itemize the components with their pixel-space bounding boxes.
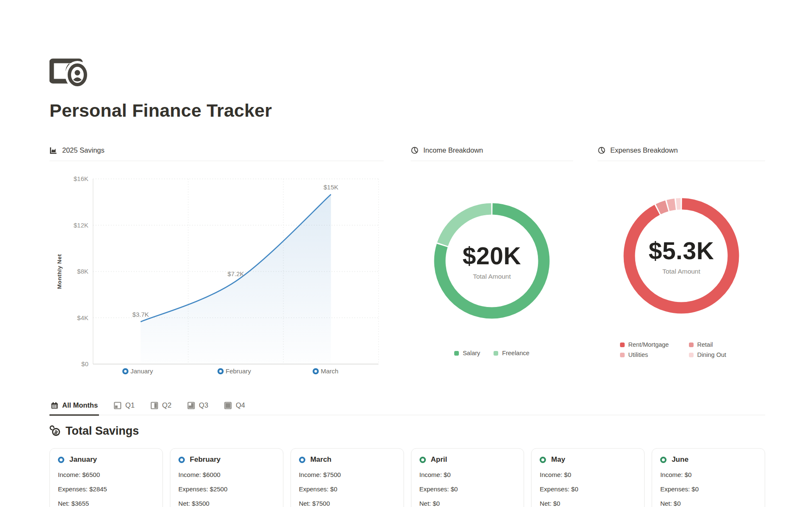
month-expenses: Expenses: $0 — [420, 485, 516, 493]
expenses-panel-header: Expenses Breakdown — [598, 146, 765, 161]
pie-chart-icon — [598, 146, 606, 154]
tab-label: All Months — [62, 401, 98, 409]
svg-text:$3.7K: $3.7K — [132, 311, 149, 318]
income-legend: SalaryFreelance — [411, 350, 573, 356]
month-net: Net: $3655 — [58, 500, 154, 507]
quarter-q2-icon — [151, 402, 158, 409]
quarter-q3-icon — [187, 402, 195, 409]
month-card-april[interactable]: April Income: $0 Expenses: $0 Net: $0 — [411, 448, 524, 507]
month-net: Net: $0 — [660, 500, 757, 507]
svg-text:$15K: $15K — [324, 184, 338, 191]
tab-q1[interactable]: Q1 — [112, 400, 136, 416]
month-name: March — [310, 455, 332, 464]
legend-label: Salary — [463, 350, 480, 356]
pie-chart-icon — [411, 146, 419, 154]
svg-text:$7.2K: $7.2K — [228, 270, 244, 277]
month-net: Net: $3500 — [178, 500, 275, 507]
month-marker-icon — [420, 457, 426, 463]
coins-icon — [49, 425, 61, 437]
month-expenses: Expenses: $0 — [540, 485, 636, 493]
month-card-may[interactable]: May Income: $0 Expenses: $0 Net: $0 — [531, 448, 645, 507]
tab-q4[interactable]: Q4 — [223, 400, 246, 416]
month-name: May — [551, 455, 565, 464]
month-marker-icon — [540, 457, 546, 463]
legend-swatch-icon — [689, 353, 694, 357]
month-marker-icon — [299, 457, 305, 463]
month-name: June — [672, 455, 689, 464]
legend-label: Dining Out — [697, 351, 727, 358]
legend-label: Utilities — [628, 351, 648, 358]
svg-text:January: January — [131, 367, 154, 375]
tab-q2[interactable]: Q2 — [149, 400, 173, 416]
expenses-donut-chart — [622, 197, 741, 315]
month-income: Income: $0 — [420, 471, 516, 478]
tab-label: Q3 — [199, 401, 208, 409]
month-name: January — [69, 455, 97, 464]
svg-text:$12K: $12K — [74, 222, 88, 229]
expenses-panel-title: Expenses Breakdown — [610, 146, 678, 154]
svg-text:March: March — [321, 367, 339, 375]
legend-label: Freelance — [502, 350, 529, 356]
total-savings-title: Total Savings — [66, 425, 139, 438]
legend-swatch-icon — [620, 343, 625, 347]
month-income: Income: $6000 — [178, 471, 275, 478]
legend-item: Dining Out — [689, 351, 743, 358]
legend-item: Utilities — [620, 351, 689, 358]
tab-label: Q2 — [162, 401, 171, 409]
quarter-q4-icon — [224, 402, 232, 409]
month-name: April — [431, 455, 447, 464]
charts-row: 2025 Savings $16K$12K$8K$4K$0$3.7K$7.2K$… — [49, 146, 765, 380]
legend-item: Rent/Mortgage — [620, 341, 689, 348]
savings-panel: 2025 Savings $16K$12K$8K$4K$0$3.7K$7.2K$… — [49, 146, 384, 380]
savings-line-chart: $16K$12K$8K$4K$0$3.7K$7.2K$15KJanuaryFeb… — [49, 161, 384, 378]
svg-text:$0: $0 — [81, 360, 88, 367]
expenses-legend: Rent/MortgageRetailUtilitiesDining Out — [598, 341, 765, 358]
tab-label: Q4 — [236, 401, 245, 409]
legend-swatch-icon — [454, 351, 459, 356]
svg-text:February: February — [226, 367, 252, 375]
expenses-panel: Expenses Breakdown $5.3K Total Amount Re… — [598, 146, 765, 380]
svg-text:$16K: $16K — [74, 175, 88, 182]
legend-swatch-icon — [689, 343, 694, 347]
tab-all-months[interactable]: All Months — [49, 400, 99, 416]
quarter-q1-icon — [114, 402, 121, 409]
total-savings-heading: Total Savings — [49, 425, 765, 438]
legend-label: Rent/Mortgage — [628, 341, 669, 348]
month-expenses: Expenses: $2500 — [178, 485, 275, 493]
month-card-january[interactable]: January Income: $6500 Expenses: $2845 Ne… — [49, 448, 163, 507]
savings-panel-title: 2025 Savings — [62, 146, 104, 154]
month-card-february[interactable]: February Income: $6000 Expenses: $2500 N… — [170, 448, 283, 507]
month-marker-icon — [178, 457, 185, 463]
svg-text:$4K: $4K — [77, 314, 88, 321]
month-expenses: Expenses: $2845 — [58, 485, 154, 493]
svg-text:Monthly Net: Monthly Net — [56, 254, 63, 289]
banknote-coin-icon — [49, 58, 92, 88]
expenses-donut: $5.3K Total Amount — [622, 197, 741, 315]
month-net: Net: $0 — [540, 500, 636, 507]
legend-item: Freelance — [494, 350, 529, 356]
calendar-icon — [51, 402, 58, 409]
legend-swatch-icon — [620, 353, 625, 357]
income-panel-header: Income Breakdown — [411, 146, 573, 161]
month-name: February — [190, 455, 221, 464]
legend-item: Salary — [454, 350, 480, 356]
month-marker-icon — [660, 457, 667, 463]
month-card-june[interactable]: June Income: $0 Expenses: $0 Net: $0 — [652, 448, 765, 507]
page-title: Personal Finance Tracker — [49, 100, 765, 121]
area-chart-icon — [49, 146, 58, 154]
income-donut-chart — [433, 202, 551, 320]
tab-q3[interactable]: Q3 — [186, 400, 209, 416]
legend-label: Retail — [697, 341, 713, 348]
month-expenses: Expenses: $0 — [660, 485, 757, 493]
month-income: Income: $6500 — [58, 471, 154, 478]
income-donut: $20K Total Amount — [433, 202, 551, 320]
month-card-march[interactable]: March Income: $7500 Expenses: $0 Net: $7… — [291, 448, 404, 507]
month-expenses: Expenses: $0 — [299, 485, 395, 493]
page-root: Personal Finance Tracker 2025 Savings $1… — [49, 0, 765, 507]
income-panel: Income Breakdown $20K Total Amount Salar… — [411, 146, 573, 380]
month-net: Net: $0 — [420, 500, 516, 507]
month-marker-icon — [58, 457, 64, 463]
legend-swatch-icon — [494, 351, 498, 356]
legend-item: Retail — [689, 341, 743, 348]
tab-label: Q1 — [125, 401, 134, 409]
